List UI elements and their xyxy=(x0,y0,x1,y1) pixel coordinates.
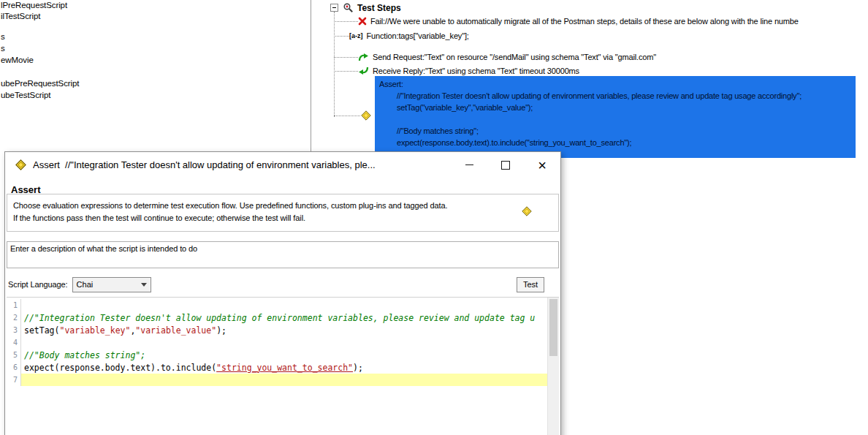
test-button[interactable]: Test xyxy=(517,277,544,292)
test-step-row[interactable]: Receive Reply:"Text" using schema "Text"… xyxy=(334,65,868,77)
test-steps-root[interactable]: Test Steps xyxy=(330,2,401,13)
left-tree-item[interactable]: ubePreRequestScript xyxy=(1,78,79,88)
editor-line[interactable]: 5//"Body matches string"; xyxy=(7,349,547,361)
script-language-value: Chai xyxy=(73,280,138,289)
minimize-button[interactable] xyxy=(451,152,487,178)
chevron-down-icon xyxy=(138,278,151,292)
tree-connector xyxy=(334,36,349,37)
left-tree-item[interactable]: s xyxy=(1,31,5,42)
left-tree: lPreRequestScriptilTestScriptssewMovieub… xyxy=(0,0,311,154)
assert-step-line: //"Integration Tester doesn't allow upda… xyxy=(379,90,856,102)
maximize-button[interactable] xyxy=(487,152,524,178)
code-text: setTag("variable_key","variable_value"); xyxy=(21,324,547,336)
test-step-label: Receive Reply:"Text" using schema "Text"… xyxy=(373,67,579,75)
assert-dialog: Assert //"Integration Tester doesn't all… xyxy=(4,151,561,435)
tree-connector xyxy=(334,71,358,72)
close-button[interactable]: × xyxy=(524,152,560,178)
description-line: If the functions pass then the test will… xyxy=(13,212,526,224)
script-language-dropdown[interactable]: Chai xyxy=(72,277,151,292)
line-number: 1 xyxy=(7,299,21,311)
dialog-title: Assert //"Integration Tester doesn't all… xyxy=(33,159,451,170)
tree-connector xyxy=(334,57,358,58)
assert-step-line: expect(response.body.text).to.include("s… xyxy=(379,137,856,148)
panel-divider[interactable] xyxy=(311,0,311,154)
assert-step-line: Assert: xyxy=(379,78,856,90)
tree-connector xyxy=(334,116,360,116)
app-window: lPreRequestScriptilTestScriptssewMovieub… xyxy=(0,0,868,435)
test-step-row[interactable]: [a-z]Function:tags["variable_key"]; xyxy=(334,30,868,42)
test-step-label: Send Request:"Text" on resource "/sendMa… xyxy=(373,53,656,61)
left-tree-item[interactable]: ilTestScript xyxy=(1,11,40,21)
assert-diamond-icon xyxy=(361,110,371,124)
send-request-icon xyxy=(358,52,369,62)
code-text xyxy=(21,336,547,349)
editor-line[interactable]: 4 xyxy=(7,336,547,349)
assert-step-line: setTag("variable_key","variable_value"); xyxy=(379,102,856,113)
editor-lines: 12//"Integration Tester doesn't allow up… xyxy=(7,299,547,435)
editor-scrollbar[interactable] xyxy=(547,298,559,435)
left-tree-item[interactable]: lPreRequestScript xyxy=(1,0,67,10)
line-number: 3 xyxy=(7,324,21,336)
editor-line[interactable]: 3setTag("variable_key","variable_value")… xyxy=(7,324,547,336)
left-tree-item[interactable]: ewMovie xyxy=(1,55,34,65)
editor-line[interactable]: 6expect(response.body.text).to.include("… xyxy=(7,361,547,374)
line-number: 2 xyxy=(7,311,21,324)
script-language-row: Script Language: Chai Test xyxy=(7,276,559,293)
tree-connector xyxy=(334,12,335,117)
assert-diamond-icon xyxy=(522,206,532,220)
line-number: 4 xyxy=(7,336,21,349)
test-steps-icon xyxy=(343,2,354,13)
test-step-row[interactable]: Send Request:"Text" on resource "/sendMa… xyxy=(334,51,868,63)
left-tree-item[interactable]: ubeTestScript xyxy=(1,90,50,100)
line-number: 5 xyxy=(7,349,21,361)
fail-icon xyxy=(358,17,367,26)
script-editor[interactable]: 12//"Integration Tester doesn't allow up… xyxy=(7,297,559,435)
editor-line[interactable]: 1 xyxy=(7,299,547,311)
dialog-titlebar[interactable]: Assert //"Integration Tester doesn't all… xyxy=(5,152,560,178)
test-steps-panel: Test Steps Fail://We were unable to auto… xyxy=(321,0,868,175)
description-line: Choose evaluation expressions to determi… xyxy=(13,200,526,212)
assert-step-line: //"Body matches string"; xyxy=(379,125,856,137)
minimize-icon xyxy=(465,164,473,165)
test-steps-label: Test Steps xyxy=(357,3,401,13)
editor-line[interactable]: 7 xyxy=(7,374,547,386)
line-number: 6 xyxy=(7,361,21,374)
test-step-row[interactable]: Fail://We were unable to automatically m… xyxy=(334,15,868,27)
function-icon: [a-z] xyxy=(349,32,363,39)
maximize-icon xyxy=(501,161,510,170)
test-step-label: Function:tags["variable_key"]; xyxy=(367,31,469,40)
script-description-input[interactable]: Enter a description of what the script i… xyxy=(7,241,559,268)
line-number: 7 xyxy=(7,374,21,386)
code-text: expect(response.body.text).to.include("s… xyxy=(21,361,547,374)
code-text: //"Integration Tester doesn't allow upda… xyxy=(21,311,547,324)
assert-step-selected[interactable]: Assert://"Integration Tester doesn't all… xyxy=(375,76,856,158)
collapse-toggle-icon[interactable] xyxy=(330,4,338,12)
receive-reply-icon xyxy=(358,66,369,76)
left-tree-item[interactable]: s xyxy=(1,43,5,53)
code-text: //"Body matches string"; xyxy=(21,349,547,361)
script-language-label: Script Language: xyxy=(8,280,68,289)
test-step-label: Fail://We were unable to automatically m… xyxy=(370,17,799,26)
assert-step-line xyxy=(379,113,856,125)
editor-line[interactable]: 2//"Integration Tester doesn't allow upd… xyxy=(7,311,547,324)
code-text xyxy=(21,299,547,311)
tree-connector xyxy=(334,21,358,22)
description-box: Choose evaluation expressions to determi… xyxy=(7,194,559,232)
code-text xyxy=(21,374,547,386)
scrollbar-thumb[interactable] xyxy=(549,299,557,356)
assert-diamond-icon xyxy=(15,159,26,170)
